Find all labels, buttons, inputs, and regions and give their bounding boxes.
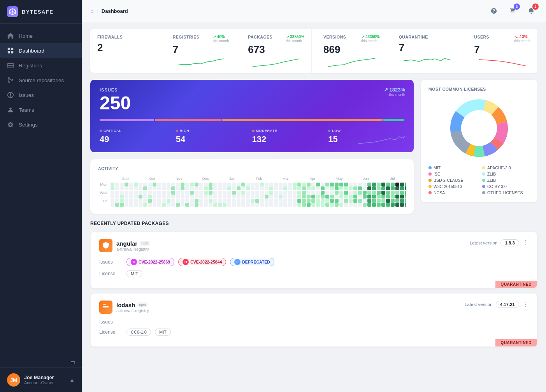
heatmap-cell: [143, 191, 147, 195]
heatmap-cell: [111, 199, 114, 203]
sidebar: BYTESAFE Home Dashboard Registries Sourc…: [0, 0, 82, 392]
shop-button[interactable]: 3: [506, 5, 519, 17]
heatmap-cell: [120, 191, 124, 195]
heatmap-cell: [209, 183, 212, 186]
heatmap-cell: [344, 183, 348, 186]
sidebar-item-settings[interactable]: Settings: [0, 117, 82, 132]
issues-change-period: this month: [384, 93, 405, 97]
heatmap-row-2: Wed: [98, 190, 406, 195]
sidebar-toggle[interactable]: ⇆: [71, 359, 75, 365]
heatmap-cell: [195, 191, 198, 195]
heatmap-cell: [115, 186, 119, 190]
heatmap-cell: [218, 195, 222, 199]
notifications-button[interactable]: 2: [525, 5, 537, 17]
sidebar-item-dashboard[interactable]: Dashboard: [0, 43, 82, 58]
heatmap-cell: [274, 191, 278, 195]
heatmap-cell: [129, 186, 133, 190]
dot-isc: [428, 172, 432, 176]
pkg-menu-angular[interactable]: ⋮: [522, 239, 528, 246]
heatmap-cell: [316, 183, 320, 186]
stat-change-packages: ↗ 33550% this month: [286, 35, 304, 43]
user-menu-toggle[interactable]: ▲: [69, 377, 75, 383]
topbar: ⌂ › Dashboard 3 2: [82, 0, 546, 22]
heatmap-cell: [330, 199, 334, 203]
svg-line-13: [9, 79, 12, 80]
heatmap-cell: [339, 183, 343, 186]
heatmap-cell: [218, 191, 222, 195]
heatmap-cell: [391, 199, 395, 203]
heatmap-cell: [111, 195, 114, 199]
heatmap-cell: [227, 195, 231, 199]
heatmap-cell: [139, 183, 142, 186]
heatmap-cell: [139, 195, 142, 199]
sidebar-item-issues[interactable]: Issues: [0, 88, 82, 102]
heatmap-cell: [171, 203, 175, 207]
heatmap-cell: [199, 183, 203, 186]
stat-value-versions: 869: [323, 44, 380, 56]
heatmap-cell: [260, 186, 264, 190]
licenses-legend: MIT APACHE-2.0 ISC ZLIB: [428, 165, 530, 195]
svg-rect-31: [103, 304, 106, 305]
heatmap-cell: [265, 203, 269, 207]
heatmap-cell: [349, 191, 353, 195]
heatmap-cell: [153, 195, 156, 199]
heatmap-cell: [381, 183, 385, 186]
heatmap-cell: [209, 186, 212, 190]
heatmap-cell: [377, 186, 381, 190]
heatmap-cell: [223, 199, 226, 203]
heatmap-cell: [400, 186, 404, 190]
dot-ccby: [482, 185, 485, 188]
heatmap-cell: [223, 195, 226, 199]
sidebar-item-registries[interactable]: Registries: [0, 58, 82, 73]
heatmap-cell: [241, 186, 245, 190]
heatmap-cell: [223, 186, 226, 190]
legend-mit: MIT: [428, 165, 476, 170]
heatmap-cell: [167, 203, 170, 207]
heatmap-cell: [335, 186, 339, 190]
sidebar-item-source-repositories[interactable]: Source repositories: [0, 73, 82, 88]
heatmap-cell: [325, 183, 329, 186]
heatmap-cell: [120, 183, 124, 186]
sidebar-item-teams[interactable]: Teams: [0, 102, 82, 117]
heatmap-row-1: [98, 186, 406, 190]
heatmap-cell: [311, 191, 315, 195]
heatmap-cell: [213, 199, 217, 203]
pkg-issues-row-angular: Issues C CVE-2022-25869 H CVE-2022-25844…: [99, 258, 528, 266]
legend-w3c: W3C-20150513: [428, 184, 476, 189]
heatmap-cell: [288, 183, 292, 186]
help-button[interactable]: [488, 5, 500, 17]
heatmap-cell: [157, 199, 161, 203]
heatmap-cell: [171, 195, 175, 199]
sidebar-item-home[interactable]: Home: [0, 28, 82, 43]
dot-w3c: [428, 185, 432, 188]
heatmap-cell: [349, 186, 353, 190]
heatmap-cell: [251, 183, 255, 186]
breadcrumb-separator: ›: [97, 8, 98, 14]
heatmap-cell: [288, 203, 292, 207]
heatmap-cell: [185, 195, 189, 199]
heatmap-cell: [120, 186, 124, 190]
heatmap-cell: [302, 183, 306, 186]
heatmap-cell: [279, 191, 283, 195]
stat-label-quarantine: QUARANTINE: [399, 35, 428, 39]
heatmap-cell: [372, 203, 376, 207]
heatmap-cell: [353, 199, 357, 203]
heatmap-cell: [274, 186, 278, 190]
heatmap-cell: [153, 186, 156, 190]
stat-change-versions: ↗ 43350% this month: [361, 35, 379, 43]
heatmap-cell: [321, 191, 325, 195]
heatmap-cell: [185, 191, 189, 195]
heatmap-cell: [316, 186, 320, 190]
heatmap-cell: [213, 186, 217, 190]
heatmap-cell: [372, 191, 376, 195]
heatmap-cell: [237, 203, 241, 207]
stat-label-registries: REGISTRIES: [173, 35, 200, 39]
dot-critical: [100, 130, 102, 132]
user-avatar: JM: [7, 373, 20, 387]
heatmap-cell: [283, 186, 287, 190]
notification-badge: 2: [532, 4, 539, 10]
svg-rect-29: [103, 306, 109, 307]
stat-label-firewalls: FIREWALLS: [97, 35, 123, 39]
stat-value-packages: 673: [248, 44, 304, 56]
pkg-menu-lodash[interactable]: ⋮: [522, 301, 528, 308]
